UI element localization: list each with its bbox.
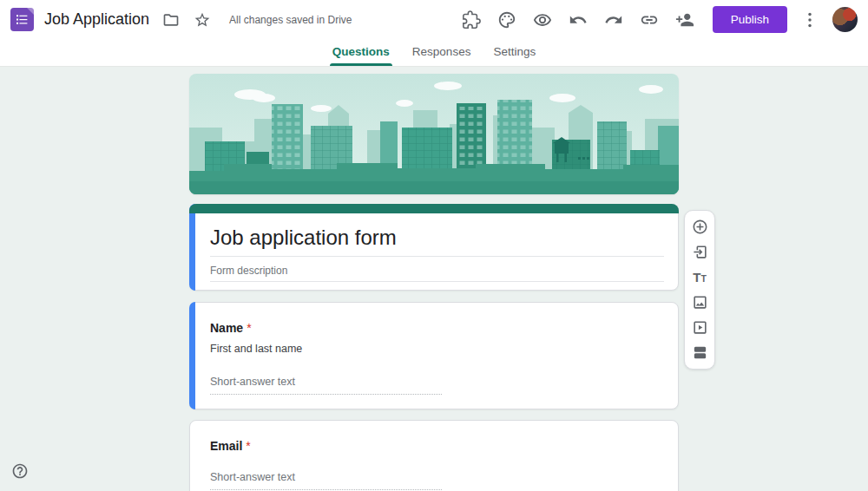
- redo-icon[interactable]: [601, 7, 627, 33]
- question-title[interactable]: Email*: [210, 439, 664, 453]
- palette-icon[interactable]: [494, 7, 520, 33]
- tab-settings[interactable]: Settings: [482, 39, 547, 66]
- add-collaborator-icon[interactable]: [672, 7, 698, 33]
- selected-indicator: [189, 302, 195, 409]
- city-skyline-illustration: [189, 74, 679, 194]
- user-avatar[interactable]: [832, 7, 858, 32]
- theme-accent-bar: [189, 204, 679, 213]
- top-app-bar: Job Application All changes saved in Dri…: [0, 0, 868, 39]
- add-video-icon[interactable]: [687, 317, 712, 339]
- question-toolbar: TT: [684, 210, 715, 370]
- form-description-input[interactable]: Form description: [210, 265, 664, 282]
- question-card-name[interactable]: Name* First and last name Short-answer t…: [189, 302, 679, 409]
- question-card-email[interactable]: Email* Short-answer text: [189, 420, 679, 491]
- help-icon[interactable]: [7, 458, 33, 484]
- save-status[interactable]: All changes saved in Drive: [229, 14, 352, 26]
- add-section-icon[interactable]: [687, 342, 712, 364]
- undo-icon[interactable]: [565, 7, 591, 33]
- required-asterisk: *: [247, 321, 251, 335]
- required-asterisk: *: [246, 439, 250, 453]
- short-answer-field[interactable]: Short-answer text: [210, 376, 442, 395]
- star-icon[interactable]: [189, 7, 215, 33]
- form-header-image[interactable]: [189, 74, 679, 194]
- form-editor-canvas: Job application form Form description Na…: [0, 67, 868, 491]
- tab-questions[interactable]: Questions: [321, 39, 401, 66]
- import-questions-icon[interactable]: [687, 241, 712, 264]
- short-answer-field[interactable]: Short-answer text: [210, 471, 442, 490]
- question-title-text: Email: [210, 439, 242, 453]
- add-question-icon[interactable]: [687, 216, 712, 239]
- form-title-input[interactable]: Job application form: [210, 226, 664, 257]
- question-description[interactable]: First and last name: [210, 343, 664, 355]
- extensions-puzzle-icon[interactable]: [458, 7, 484, 33]
- selected-indicator: [189, 204, 195, 291]
- tab-responses[interactable]: Responses: [401, 39, 483, 66]
- publish-button[interactable]: Publish: [713, 6, 787, 33]
- more-vert-icon[interactable]: [797, 7, 823, 33]
- copy-link-icon[interactable]: [636, 7, 662, 33]
- form-title-card[interactable]: Job application form Form description: [189, 204, 679, 291]
- question-title-text: Name: [210, 321, 243, 335]
- form-tabs: Questions Responses Settings: [0, 39, 868, 67]
- title-glyph: TT: [693, 271, 707, 284]
- forms-logo-icon[interactable]: [10, 8, 34, 31]
- forms-list-glyph: [16, 13, 29, 26]
- folder-icon[interactable]: [158, 7, 184, 33]
- add-image-icon[interactable]: [687, 291, 712, 314]
- question-title[interactable]: Name*: [210, 321, 664, 335]
- document-title[interactable]: Job Application: [44, 10, 149, 29]
- add-title-icon[interactable]: TT: [687, 266, 712, 289]
- preview-eye-icon[interactable]: [529, 7, 556, 33]
